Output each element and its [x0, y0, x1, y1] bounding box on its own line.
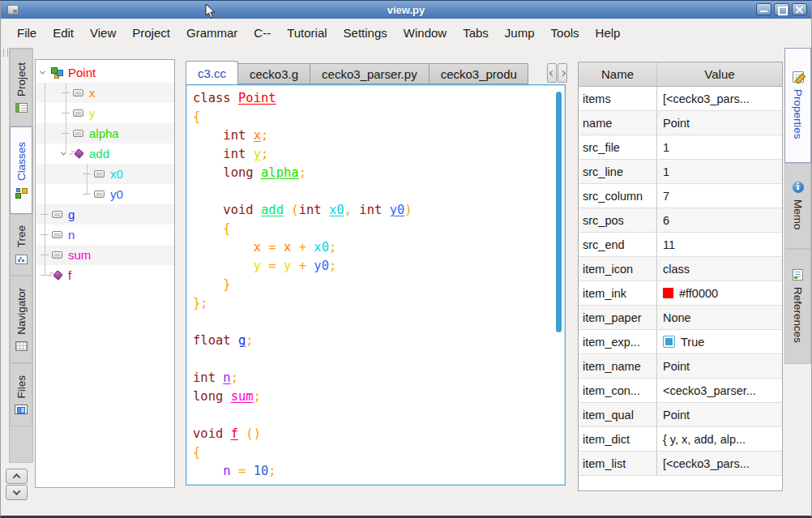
editor-tab-cecko3-parser-py[interactable]: cecko3_parser.py [310, 63, 430, 84]
menu-settings[interactable]: Settings [335, 23, 395, 43]
sidebar-tab-tree[interactable]: Tree [10, 214, 32, 276]
chevron-down-icon [13, 487, 21, 495]
code-token: } [193, 277, 231, 292]
tree-item-x[interactable]: x [36, 83, 174, 103]
window-title: view.py [1, 4, 811, 16]
property-row-itemqual[interactable]: item_qualPoint [579, 403, 782, 427]
sidebar-tab-navigator[interactable]: Navigator [10, 276, 32, 363]
window-menu-icon[interactable] [7, 5, 19, 15]
property-row-srcfile[interactable]: src_file1 [579, 135, 782, 160]
property-row-name[interactable]: namePoint [579, 111, 782, 135]
property-row-srcpos[interactable]: src_pos6 [579, 208, 782, 233]
menu-c[interactable]: C-- [246, 23, 279, 43]
tree-item-y[interactable]: y [36, 103, 174, 123]
sidebar-tab-label: Classes [15, 142, 28, 181]
code-token: ; [329, 259, 336, 273]
maximize-button[interactable] [774, 3, 789, 15]
tab-scroll-left-button[interactable] [547, 63, 557, 83]
right-tab-references[interactable]: References [784, 249, 811, 364]
menu-bar: FileEditViewProjectGrammarC--TutorialSet… [1, 19, 811, 46]
property-row-srcend[interactable]: src_end11 [579, 233, 782, 257]
property-row-srccolumn[interactable]: src_column7 [579, 184, 782, 208]
tree-item-sum[interactable]: sum [36, 245, 174, 265]
tree-item-y0[interactable]: y0 [36, 184, 174, 204]
menu-grammar[interactable]: Grammar [178, 23, 246, 43]
sidebar-tab-classes[interactable]: Classes [10, 126, 32, 214]
right-tab-memo[interactable]: Memo [784, 163, 811, 249]
property-value: { y, x, add, alp... [657, 427, 782, 451]
sidebar-tab-project[interactable]: Project [10, 49, 32, 126]
tree-icon-slot [70, 89, 86, 96]
property-row-itemink[interactable]: item_ink#ff0000 [579, 281, 782, 306]
menu-file[interactable]: File [9, 23, 45, 43]
code-token: n [223, 370, 230, 385]
property-value-text: None [663, 311, 691, 324]
dock-handle[interactable] [3, 49, 8, 57]
menu-tutorial[interactable]: Tutorial [279, 23, 335, 43]
menu-edit[interactable]: Edit [45, 23, 82, 43]
left-tabbar-scroll-down-button[interactable] [6, 485, 28, 500]
code-token: f [231, 426, 238, 441]
code-token: y0 [314, 259, 329, 273]
code-token: y [284, 259, 291, 273]
tree-icon-slot [49, 211, 65, 218]
tree-item-label: g [68, 208, 75, 221]
code-editor[interactable]: class Point{ int x; int y; long alpha; v… [186, 84, 566, 486]
checkbox-true-icon[interactable] [663, 336, 675, 348]
sidebar-tab-files[interactable]: Files [10, 363, 32, 426]
tree-item-x0[interactable]: x0 [36, 164, 174, 184]
code-token: ) [404, 203, 412, 217]
property-row-itemlist[interactable]: item_list[<cecko3_pars... [579, 452, 782, 476]
code-text[interactable]: class Point{ int x; int y; long alpha; v… [193, 91, 549, 482]
tree-slot [36, 71, 49, 75]
property-row-srcline[interactable]: src_line1 [579, 160, 782, 184]
column-header-value[interactable]: Value [657, 62, 782, 86]
tree-item-n[interactable]: n [36, 225, 174, 245]
property-name: item_list [579, 452, 657, 475]
tree-item-add[interactable]: add [36, 143, 174, 164]
menu-tabs[interactable]: Tabs [455, 23, 497, 43]
menu-tools[interactable]: Tools [543, 23, 588, 43]
menu-window[interactable]: Window [395, 23, 455, 43]
property-name: src_end [579, 233, 657, 256]
tree-slot [57, 152, 70, 156]
editor-tab-cecko3-produ[interactable]: cecko3_produ [430, 63, 528, 84]
property-row-itempaper[interactable]: item_paperNone [579, 306, 782, 330]
menu-view[interactable]: View [82, 23, 124, 43]
menu-help[interactable]: Help [588, 23, 629, 43]
property-row-itemexp[interactable]: item_exp...True [579, 330, 782, 354]
tree-item-alpha[interactable]: alpha [36, 123, 174, 143]
editor-scrollbar-thumb[interactable] [556, 92, 562, 332]
property-row-itemdict[interactable]: item_dict{ y, x, add, alp... [579, 427, 782, 452]
code-token: ; [329, 240, 336, 255]
tree-item-f[interactable]: f [36, 265, 174, 285]
code-token: void [193, 203, 261, 217]
property-row-itemcon[interactable]: item_con...<cecko3_parser... [579, 379, 782, 403]
references-icon [793, 269, 803, 280]
column-header-name[interactable]: Name [579, 62, 657, 86]
minimize-button[interactable] [756, 3, 771, 15]
property-row-itemicon[interactable]: item_iconclass [579, 257, 782, 281]
property-row-items[interactable]: items[<cecko3_pars... [579, 87, 782, 111]
tree-icon-slot [70, 130, 86, 137]
title-bar[interactable]: view.py [1, 1, 811, 19]
sidebar-tab-label: Tree [15, 225, 28, 247]
tree-slot [57, 113, 70, 113]
code-token: x0 [314, 240, 329, 255]
property-name: item_qual [579, 403, 657, 426]
tree-item-Point[interactable]: Point [36, 62, 174, 83]
editor-tab-cecko3-g[interactable]: cecko3.g [238, 63, 310, 84]
left-tabbar-scroll-up-button[interactable] [6, 469, 28, 484]
right-tab-properties[interactable]: Properties [784, 48, 811, 163]
expander-chevron-icon[interactable] [39, 69, 45, 75]
editor-tab-c3-cc[interactable]: c3.cc [186, 61, 238, 84]
menu-jump[interactable]: Jump [497, 23, 543, 43]
close-button[interactable] [792, 3, 807, 15]
code-token: n [223, 464, 230, 478]
tab-scroll-right-button[interactable] [558, 63, 567, 83]
property-row-itemname[interactable]: item_namePoint [579, 354, 782, 379]
menu-project[interactable]: Project [124, 23, 178, 43]
code-token: int [193, 128, 254, 143]
tree-item-g[interactable]: g [36, 204, 174, 225]
tree-item-label: x [89, 86, 96, 100]
